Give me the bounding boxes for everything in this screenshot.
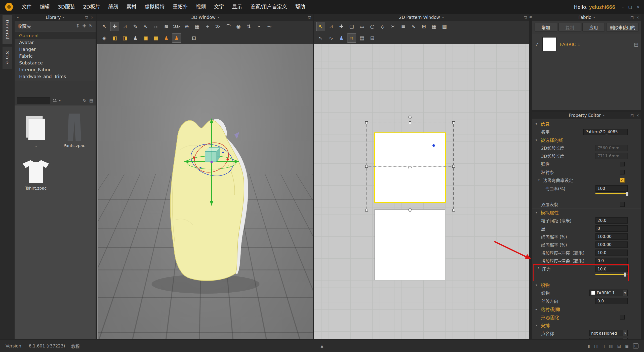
edit-pattern-2d-tool-icon[interactable]: ⊿ (327, 22, 336, 31)
topstitch-tool-icon[interactable]: ⌁ (255, 22, 264, 31)
zipper-tool-icon[interactable]: ⇅ (244, 22, 253, 31)
add-point-tool-icon[interactable]: ✚ (337, 22, 346, 31)
tutorial-link[interactable]: 教程 (71, 343, 80, 349)
edit-pattern-tool-icon[interactable]: ⊿ (120, 22, 130, 31)
selection-handle[interactable] (365, 165, 368, 168)
texture-tool-icon[interactable]: ▨ (440, 22, 449, 31)
dart-tool-icon[interactable]: ◇ (378, 22, 387, 31)
seam-allowance-tool-icon[interactable]: ≡ (399, 22, 408, 31)
layout-quad-icon[interactable]: ⊞ (617, 343, 621, 349)
tab-store[interactable]: Store (3, 47, 12, 69)
selection-rotate-handle-top[interactable] (408, 116, 412, 119)
window-3d-header[interactable]: 3D Window ▾ ◱ (97, 14, 313, 21)
elastic-checkbox[interactable] (620, 162, 625, 166)
library-folder-hanger[interactable]: Hanger (15, 46, 96, 53)
menu-text[interactable]: 文字 (210, 0, 228, 14)
pen-tool-icon[interactable]: ✎ (131, 22, 140, 31)
menu-material[interactable]: 素材 (122, 0, 140, 14)
maximize-icon[interactable]: ▢ (628, 5, 632, 9)
show-garment-thick-icon[interactable]: ▣ (141, 33, 150, 43)
layout-custom-icon[interactable]: ▣ (625, 343, 629, 349)
circle-tool-icon[interactable]: ○ (368, 22, 377, 31)
print-layout-icon[interactable]: ⊟ (368, 33, 377, 43)
select-tool-icon[interactable]: ↖ (100, 22, 109, 31)
menu-help[interactable]: 帮助 (291, 0, 309, 14)
thickness-render-input[interactable]: 0.0 (595, 258, 628, 264)
import-favorites-icon[interactable]: ↧ (76, 23, 79, 28)
app-logo-icon[interactable] (4, 3, 14, 12)
sync-favorites-icon[interactable]: ↻ (89, 23, 93, 28)
library-folder-substance[interactable]: Substance (15, 59, 96, 66)
weft-shrinkage-input[interactable]: 100.00 (595, 233, 628, 240)
property-editor-caret-icon[interactable]: ▾ (603, 114, 605, 117)
selection-handle[interactable] (452, 165, 455, 168)
free-sewing-tool-icon[interactable]: ≋ (162, 22, 171, 31)
section-simulation[interactable]: ▾ 模拟属性 (532, 208, 641, 216)
double-layer-checkbox[interactable] (620, 202, 625, 207)
section-selected-line[interactable]: ▾ 被选择的线 (532, 136, 641, 144)
search-icon[interactable] (52, 98, 57, 103)
search-filter-caret-icon[interactable]: ▾ (59, 98, 61, 103)
fabric-grid-tool-icon[interactable]: ▦ (193, 22, 202, 31)
section-fabric[interactable]: ▾ 织物 (532, 281, 641, 289)
internal-line-tool-icon[interactable]: ∿ (409, 22, 418, 31)
library-item-tshirt[interactable]: Tshirt.zpac (17, 152, 55, 191)
measure-tape-tool-icon[interactable]: ⌒ (224, 22, 233, 31)
library-dock-icon[interactable]: ◱ (85, 15, 88, 19)
library-caret-icon[interactable]: ▾ (63, 16, 64, 19)
move-gizmo-tool-icon[interactable]: ✚ (110, 22, 119, 31)
bonding-checkbox[interactable] (620, 170, 625, 174)
library-item-parent[interactable]: .. (17, 109, 55, 148)
selection-handle[interactable] (365, 121, 368, 124)
property-editor-header[interactable]: Property Editor ▾ ◱ × (532, 112, 641, 119)
polygon-tool-icon[interactable]: ▢ (347, 22, 356, 31)
username-link[interactable]: yeluzhi666 (589, 4, 615, 10)
detail-sewing-tool-icon[interactable]: ⋙ (172, 22, 181, 31)
viewport-2d[interactable] (314, 44, 529, 339)
wind-tool-icon[interactable]: ≫ (213, 22, 222, 31)
thickness-collision-input[interactable]: 10.0 (595, 250, 628, 256)
menu-retopology[interactable]: 重拓扑 (169, 0, 192, 14)
selection-handle[interactable] (452, 209, 455, 212)
point-name-select[interactable]: not assigned (589, 330, 628, 336)
window-2d-caret-icon[interactable]: ▾ (442, 16, 444, 19)
library-folder-hardware-trims[interactable]: Hardware_and_Trims (15, 73, 96, 80)
section-arrangement[interactable]: ▾ 安排 (532, 321, 641, 329)
menu-settings-custom[interactable]: 设置/用户自定义 (246, 0, 291, 14)
edge-curvature-checkbox[interactable] (620, 178, 625, 183)
show-pattern-mesh-icon[interactable]: ◨ (120, 33, 130, 43)
tab-general[interactable]: General (3, 15, 12, 44)
property-close-icon[interactable]: × (636, 113, 639, 117)
shape-type-select[interactable]: 曲面 (589, 338, 628, 339)
pattern-grid-icon[interactable]: ▦ (430, 22, 439, 31)
segment-sewing-2d-icon[interactable]: ∿ (327, 33, 336, 43)
fabric-close-icon[interactable]: × (636, 15, 639, 19)
grainline-point[interactable] (432, 144, 435, 147)
grading-tool-icon[interactable]: ⊞ (419, 22, 428, 31)
expand-statusbar-icon[interactable]: ▲ (321, 344, 324, 348)
dynamic-view-icon[interactable]: ◈ (100, 33, 109, 43)
section-info[interactable]: ▾ 信息 (532, 120, 641, 128)
library-folder-garment[interactable]: Garment (15, 32, 96, 39)
layout-2d-only-icon[interactable]: ▯ (602, 343, 605, 349)
close-icon[interactable]: × (637, 5, 640, 9)
property-dock-icon[interactable]: ◱ (630, 113, 634, 117)
viewport-3d[interactable] (97, 44, 313, 339)
add-fabric-button[interactable]: 增加 (535, 23, 557, 31)
library-item-pants[interactable]: Pants.zpac (55, 109, 94, 148)
solidify-checkbox[interactable] (620, 315, 625, 320)
fabric-caret-icon[interactable]: ▾ (593, 16, 595, 19)
edit-sewing-tool-icon[interactable]: ∿ (141, 22, 150, 31)
fabric-select[interactable]: FABRIC 1 (589, 290, 628, 296)
show-avatar-arrangement-icon[interactable]: ♟ (172, 33, 181, 43)
fabric-dock-icon[interactable]: ◱ (630, 15, 634, 19)
menu-display[interactable]: 显示 (228, 0, 246, 14)
rectangle-tool-icon[interactable]: ▭ (357, 22, 367, 31)
menu-file[interactable]: 文件 (18, 0, 36, 14)
section-fuse[interactable]: ▸ 粘衬/削薄 (532, 305, 641, 313)
show-garment-texture-icon[interactable]: ▩ (151, 33, 160, 43)
selection-handle[interactable] (409, 121, 411, 124)
view-mode-icon[interactable]: ▤ (89, 98, 93, 103)
render-icon[interactable]: ⊡ (189, 33, 198, 43)
library-close-icon[interactable]: × (91, 15, 94, 19)
